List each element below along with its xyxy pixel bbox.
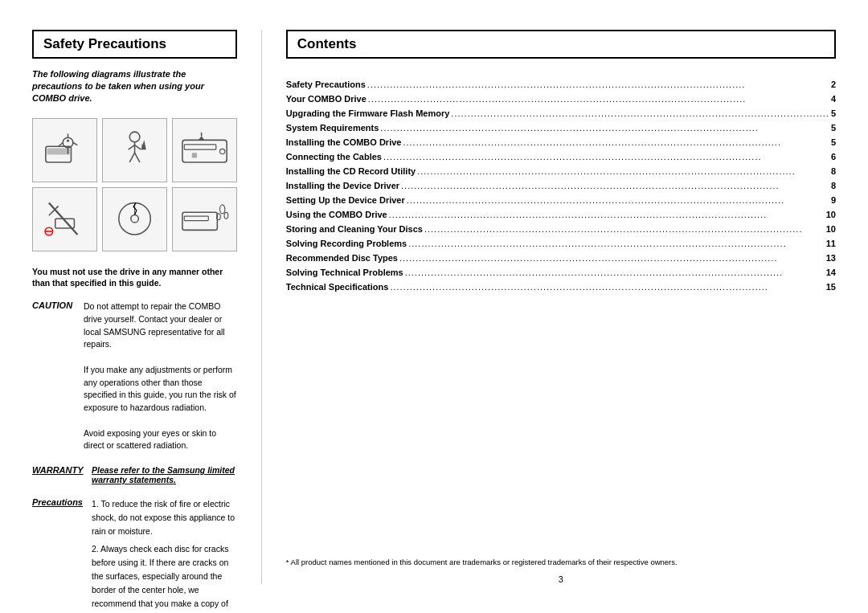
toc-page-13: 14: [826, 268, 836, 277]
toc-dots-12: ........................................…: [399, 253, 825, 263]
right-page: Contents Safety Precautions ............…: [286, 30, 836, 584]
precautions-label: Precautions: [32, 497, 87, 613]
illustration-4: [32, 187, 97, 251]
toc-title-8: Setting Up the Device Driver: [286, 195, 405, 205]
toc-row-11: Solving Recording Problems .............…: [286, 239, 836, 248]
svg-rect-30: [182, 213, 217, 231]
toc-table: Safety Precautions .....................…: [286, 80, 836, 296]
toc-row-3: System Requirements ....................…: [286, 123, 836, 133]
toc-page-8: 9: [831, 195, 836, 205]
svg-marker-20: [198, 137, 204, 141]
toc-row-4: Installing the COMBO Drive .............…: [286, 137, 836, 147]
toc-row-2: Upgrading the Firmware Flash Memory ....…: [286, 108, 836, 118]
caution-label: CAUTION: [32, 300, 79, 452]
toc-row-10: Storing and Cleaning Your Discs ........…: [286, 224, 836, 234]
svg-point-28: [131, 215, 138, 223]
right-page-number: 3: [286, 574, 836, 584]
toc-title-3: System Requirements: [286, 123, 379, 133]
toc-row-14: Technical Specifications ...............…: [286, 282, 836, 292]
illustration-5: [102, 187, 167, 251]
svg-point-33: [224, 213, 228, 219]
toc-page-1: 4: [831, 94, 836, 104]
caution-section: CAUTION Do not attempt to repair the COM…: [32, 300, 237, 452]
svg-line-10: [129, 145, 135, 150]
intro-text: The following diagrams illustrate the pr…: [32, 68, 237, 105]
toc-row-5: Connecting the Cables ..................…: [286, 152, 836, 161]
toc-title-14: Technical Specifications: [286, 282, 389, 292]
toc-page-9: 10: [826, 210, 836, 219]
svg-point-32: [219, 205, 224, 214]
illustrations-grid: !: [32, 118, 237, 251]
toc-title-13: Solving Technical Problems: [286, 268, 403, 277]
toc-page-12: 13: [826, 253, 836, 263]
toc-title-1: Your COMBO Drive: [286, 94, 366, 104]
illustration-6: [172, 187, 237, 251]
toc-title-2: Upgrading the Firmware Flash Memory: [286, 108, 450, 118]
toc-row-7: Installing the Device Driver ...........…: [286, 181, 836, 190]
warranty-label: WARRANTY: [32, 465, 87, 484]
toc-title-5: Connecting the Cables: [286, 152, 382, 161]
svg-line-12: [129, 153, 134, 163]
toc-page-7: 8: [831, 181, 836, 190]
toc-row-12: Recommended Disc Types .................…: [286, 253, 836, 263]
precaution-item-2: 2. Always check each disc for cracks bef…: [92, 542, 237, 613]
toc-row-8: Setting Up the Device Driver ...........…: [286, 195, 836, 205]
toc-page-11: 11: [826, 239, 836, 248]
toc-page-10: 10: [826, 224, 836, 234]
illustration-2: !: [102, 118, 167, 182]
svg-rect-19: [192, 153, 197, 158]
warranty-text: Please refer to the Samsung limited warr…: [92, 465, 237, 484]
page-divider: [261, 30, 262, 584]
svg-line-11: [134, 145, 141, 150]
warning-text: You must not use the drive in any manner…: [32, 266, 237, 289]
toc-dots-13: ........................................…: [405, 268, 825, 277]
illustration-3: [172, 118, 237, 182]
svg-point-6: [67, 140, 69, 142]
svg-rect-1: [47, 149, 69, 155]
toc-title-10: Storing and Cleaning Your Discs: [286, 224, 423, 234]
toc-dots-11: ........................................…: [408, 239, 825, 248]
precautions-section: Precautions 1. To reduce the risk of fir…: [32, 497, 237, 613]
toc-dots-4: ........................................…: [403, 137, 829, 147]
toc-row-0: Safety Precautions .....................…: [286, 80, 836, 89]
toc-page-5: 6: [831, 152, 836, 161]
illustration-1: [32, 118, 97, 182]
precautions-content: 1. To reduce the risk of fire or electri…: [92, 497, 237, 613]
precaution-item-1: 1. To reduce the risk of fire or electri…: [92, 497, 237, 537]
toc-page-14: 15: [826, 282, 836, 292]
toc-dots-1: ........................................…: [368, 94, 829, 104]
toc-title-9: Using the COMBO Drive: [286, 210, 387, 219]
toc-title-4: Installing the COMBO Drive: [286, 137, 402, 147]
toc-page-3: 5: [831, 123, 836, 133]
toc-dots-8: ........................................…: [407, 195, 829, 205]
footnote: * All product names mentioned in this do…: [286, 550, 836, 567]
svg-line-5: [73, 143, 78, 145]
warranty-section: WARRANTY Please refer to the Samsung lim…: [32, 465, 237, 484]
toc-dots-6: ........................................…: [417, 166, 829, 176]
toc-title-0: Safety Precautions: [286, 80, 366, 89]
svg-point-8: [129, 133, 140, 143]
toc-dots-9: ........................................…: [389, 210, 825, 219]
svg-point-18: [219, 149, 224, 154]
toc-dots-3: ........................................…: [380, 123, 829, 133]
svg-rect-17: [184, 145, 215, 149]
toc-row-13: Solving Technical Problems .............…: [286, 268, 836, 277]
toc-row-6: Installing the CD Record Utility .......…: [286, 166, 836, 176]
toc-dots-0: ........................................…: [367, 80, 829, 89]
right-title: Contents: [286, 30, 836, 59]
toc-dots-2: ........................................…: [451, 108, 829, 118]
toc-dots-14: ........................................…: [390, 282, 824, 292]
toc-dots-10: ........................................…: [424, 224, 825, 234]
toc-title-12: Recommended Disc Types: [286, 253, 398, 263]
toc-page-4: 5: [831, 137, 836, 147]
toc-page-6: 8: [831, 166, 836, 176]
toc-dots-5: ........................................…: [383, 152, 829, 161]
caution-text: Do not attempt to repair the COMBO drive…: [84, 300, 237, 452]
left-page: Safety Precautions The following diagram…: [32, 30, 237, 584]
toc-dots-7: ........................................…: [401, 181, 829, 190]
toc-page-2: 5: [831, 108, 836, 118]
toc-page-0: 2: [831, 80, 836, 89]
toc-title-7: Installing the Device Driver: [286, 181, 399, 190]
svg-rect-31: [184, 217, 208, 222]
toc-title-11: Solving Recording Problems: [286, 239, 407, 248]
